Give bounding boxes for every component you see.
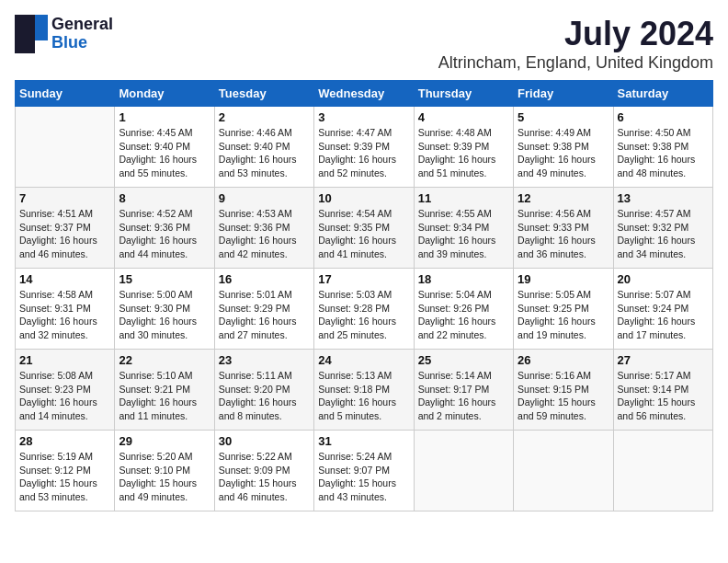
title-area: July 2024 Altrincham, England, United Ki… bbox=[438, 15, 713, 73]
day-number: 14 bbox=[19, 272, 110, 286]
header-cell-sunday: Sunday bbox=[16, 81, 115, 107]
day-info: Sunrise: 5:13 AM Sunset: 9:18 PM Dayligh… bbox=[318, 369, 409, 423]
location-title: Altrincham, England, United Kingdom bbox=[438, 53, 713, 73]
day-info: Sunrise: 5:19 AM Sunset: 9:12 PM Dayligh… bbox=[19, 450, 110, 504]
day-number: 12 bbox=[518, 191, 609, 205]
day-info: Sunrise: 4:46 AM Sunset: 9:40 PM Dayligh… bbox=[219, 126, 310, 180]
day-number: 16 bbox=[219, 272, 310, 286]
day-number: 29 bbox=[119, 434, 210, 448]
day-info: Sunrise: 4:48 AM Sunset: 9:39 PM Dayligh… bbox=[418, 126, 509, 180]
week-row-3: 21Sunrise: 5:08 AM Sunset: 9:23 PM Dayli… bbox=[16, 350, 713, 431]
day-cell: 1Sunrise: 4:45 AM Sunset: 9:40 PM Daylig… bbox=[115, 107, 214, 188]
day-info: Sunrise: 5:14 AM Sunset: 9:17 PM Dayligh… bbox=[418, 369, 509, 423]
header-cell-thursday: Thursday bbox=[414, 81, 513, 107]
day-info: Sunrise: 4:52 AM Sunset: 9:36 PM Dayligh… bbox=[119, 207, 210, 261]
day-number: 20 bbox=[618, 272, 709, 286]
day-info: Sunrise: 5:01 AM Sunset: 9:29 PM Dayligh… bbox=[219, 288, 310, 342]
day-info: Sunrise: 4:55 AM Sunset: 9:34 PM Dayligh… bbox=[418, 207, 509, 261]
header-cell-saturday: Saturday bbox=[613, 81, 712, 107]
day-info: Sunrise: 5:20 AM Sunset: 9:10 PM Dayligh… bbox=[119, 450, 210, 504]
day-info: Sunrise: 4:47 AM Sunset: 9:39 PM Dayligh… bbox=[318, 126, 409, 180]
day-number: 8 bbox=[119, 191, 210, 205]
day-info: Sunrise: 5:24 AM Sunset: 9:07 PM Dayligh… bbox=[318, 450, 409, 504]
svg-marker-2 bbox=[35, 33, 48, 40]
day-cell bbox=[414, 431, 513, 511]
day-info: Sunrise: 4:45 AM Sunset: 9:40 PM Dayligh… bbox=[119, 126, 210, 180]
day-cell: 22Sunrise: 5:10 AM Sunset: 9:21 PM Dayli… bbox=[115, 350, 214, 431]
day-cell: 18Sunrise: 5:04 AM Sunset: 9:26 PM Dayli… bbox=[414, 269, 513, 350]
day-cell: 6Sunrise: 4:50 AM Sunset: 9:38 PM Daylig… bbox=[613, 107, 712, 188]
day-info: Sunrise: 5:22 AM Sunset: 9:09 PM Dayligh… bbox=[219, 450, 310, 504]
day-number: 24 bbox=[318, 353, 409, 367]
day-number: 4 bbox=[418, 110, 509, 124]
day-number: 5 bbox=[518, 110, 609, 124]
day-cell: 8Sunrise: 4:52 AM Sunset: 9:36 PM Daylig… bbox=[115, 188, 214, 269]
week-row-0: 1Sunrise: 4:45 AM Sunset: 9:40 PM Daylig… bbox=[16, 107, 713, 188]
day-number: 27 bbox=[618, 353, 709, 367]
day-cell: 19Sunrise: 5:05 AM Sunset: 9:25 PM Dayli… bbox=[514, 269, 613, 350]
day-number: 10 bbox=[318, 191, 409, 205]
day-number: 7 bbox=[19, 191, 110, 205]
day-number: 13 bbox=[618, 191, 709, 205]
day-cell: 7Sunrise: 4:51 AM Sunset: 9:37 PM Daylig… bbox=[16, 188, 115, 269]
day-info: Sunrise: 4:57 AM Sunset: 9:32 PM Dayligh… bbox=[618, 207, 709, 261]
day-info: Sunrise: 5:05 AM Sunset: 9:25 PM Dayligh… bbox=[518, 288, 609, 342]
day-number: 3 bbox=[318, 110, 409, 124]
day-cell: 29Sunrise: 5:20 AM Sunset: 9:10 PM Dayli… bbox=[115, 431, 214, 511]
day-cell: 13Sunrise: 4:57 AM Sunset: 9:32 PM Dayli… bbox=[613, 188, 712, 269]
day-info: Sunrise: 5:03 AM Sunset: 9:28 PM Dayligh… bbox=[318, 288, 409, 342]
header-cell-tuesday: Tuesday bbox=[214, 81, 313, 107]
day-info: Sunrise: 5:08 AM Sunset: 9:23 PM Dayligh… bbox=[19, 369, 110, 423]
day-info: Sunrise: 4:53 AM Sunset: 9:36 PM Dayligh… bbox=[219, 207, 310, 261]
week-row-4: 28Sunrise: 5:19 AM Sunset: 9:12 PM Dayli… bbox=[16, 431, 713, 511]
day-cell: 30Sunrise: 5:22 AM Sunset: 9:09 PM Dayli… bbox=[214, 431, 313, 511]
day-info: Sunrise: 5:10 AM Sunset: 9:21 PM Dayligh… bbox=[119, 369, 210, 423]
day-number: 25 bbox=[418, 353, 509, 367]
day-cell: 4Sunrise: 4:48 AM Sunset: 9:39 PM Daylig… bbox=[414, 107, 513, 188]
day-cell: 25Sunrise: 5:14 AM Sunset: 9:17 PM Dayli… bbox=[414, 350, 513, 431]
logo-text: General Blue bbox=[51, 16, 113, 52]
header-cell-friday: Friday bbox=[514, 81, 613, 107]
day-cell: 2Sunrise: 4:46 AM Sunset: 9:40 PM Daylig… bbox=[214, 107, 313, 188]
day-number: 15 bbox=[119, 272, 210, 286]
logo-general-label: General bbox=[51, 16, 113, 34]
day-number: 28 bbox=[19, 434, 110, 448]
day-cell: 5Sunrise: 4:49 AM Sunset: 9:38 PM Daylig… bbox=[514, 107, 613, 188]
day-number: 26 bbox=[518, 353, 609, 367]
day-number: 2 bbox=[219, 110, 310, 124]
day-number: 30 bbox=[219, 434, 310, 448]
day-info: Sunrise: 4:58 AM Sunset: 9:31 PM Dayligh… bbox=[19, 288, 110, 342]
svg-rect-0 bbox=[15, 15, 35, 53]
day-info: Sunrise: 5:11 AM Sunset: 9:20 PM Dayligh… bbox=[219, 369, 310, 423]
day-cell bbox=[613, 431, 712, 511]
day-info: Sunrise: 4:50 AM Sunset: 9:38 PM Dayligh… bbox=[618, 126, 709, 180]
day-info: Sunrise: 4:54 AM Sunset: 9:35 PM Dayligh… bbox=[318, 207, 409, 261]
header: General Blue July 2024 Altrincham, Engla… bbox=[15, 15, 713, 73]
day-info: Sunrise: 5:16 AM Sunset: 9:15 PM Dayligh… bbox=[518, 369, 609, 423]
logo-blue-label: Blue bbox=[51, 34, 113, 52]
day-cell: 15Sunrise: 5:00 AM Sunset: 9:30 PM Dayli… bbox=[115, 269, 214, 350]
day-info: Sunrise: 4:49 AM Sunset: 9:38 PM Dayligh… bbox=[518, 126, 609, 180]
day-info: Sunrise: 4:56 AM Sunset: 9:33 PM Dayligh… bbox=[518, 207, 609, 261]
day-cell: 27Sunrise: 5:17 AM Sunset: 9:14 PM Dayli… bbox=[613, 350, 712, 431]
calendar-body: 1Sunrise: 4:45 AM Sunset: 9:40 PM Daylig… bbox=[16, 107, 713, 511]
day-cell: 17Sunrise: 5:03 AM Sunset: 9:28 PM Dayli… bbox=[314, 269, 414, 350]
day-cell: 20Sunrise: 5:07 AM Sunset: 9:24 PM Dayli… bbox=[613, 269, 712, 350]
logo-icon bbox=[15, 15, 48, 53]
day-cell: 10Sunrise: 4:54 AM Sunset: 9:35 PM Dayli… bbox=[314, 188, 414, 269]
day-cell: 16Sunrise: 5:01 AM Sunset: 9:29 PM Dayli… bbox=[214, 269, 313, 350]
day-number: 9 bbox=[219, 191, 310, 205]
day-number: 31 bbox=[318, 434, 409, 448]
day-info: Sunrise: 5:07 AM Sunset: 9:24 PM Dayligh… bbox=[618, 288, 709, 342]
day-cell bbox=[16, 107, 115, 188]
logo: General Blue bbox=[15, 15, 113, 53]
day-number: 19 bbox=[518, 272, 609, 286]
month-title: July 2024 bbox=[438, 15, 713, 53]
day-cell: 9Sunrise: 4:53 AM Sunset: 9:36 PM Daylig… bbox=[214, 188, 313, 269]
day-info: Sunrise: 4:51 AM Sunset: 9:37 PM Dayligh… bbox=[19, 207, 110, 261]
day-cell: 28Sunrise: 5:19 AM Sunset: 9:12 PM Dayli… bbox=[16, 431, 115, 511]
header-cell-monday: Monday bbox=[115, 81, 214, 107]
day-number: 23 bbox=[219, 353, 310, 367]
day-number: 6 bbox=[618, 110, 709, 124]
header-cell-wednesday: Wednesday bbox=[314, 81, 414, 107]
